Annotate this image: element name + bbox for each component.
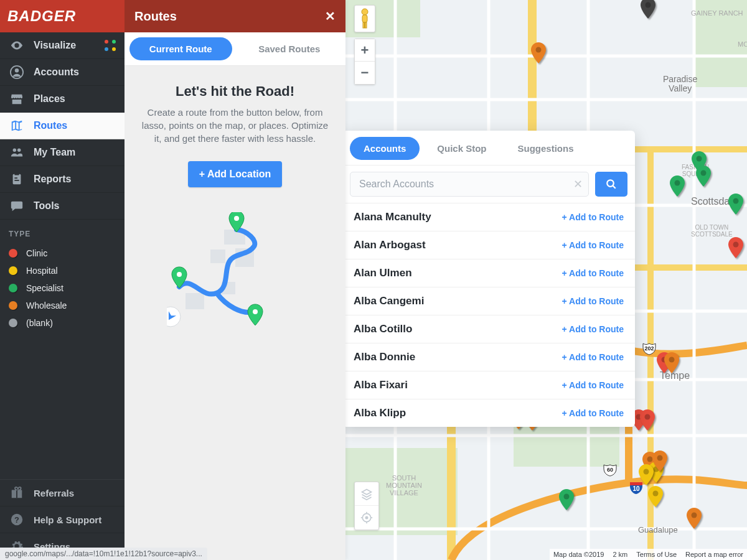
- panel-title: Routes: [134, 9, 177, 24]
- popup-tab-accounts[interactable]: Accounts: [350, 137, 420, 160]
- colors-icon: [105, 40, 116, 51]
- help-icon: ?: [9, 513, 25, 526]
- brand-bar: BADGER: [0, 0, 125, 32]
- account-row[interactable]: Alba Fixari+ Add to Route: [342, 371, 635, 399]
- terms-link[interactable]: Terms of Use: [636, 551, 677, 558]
- map-pin[interactable]: [728, 237, 743, 258]
- map-pin[interactable]: [531, 42, 546, 63]
- map-pin[interactable]: [559, 489, 574, 510]
- legend-item[interactable]: (blank): [9, 314, 116, 332]
- legend-item[interactable]: Hospital: [9, 262, 116, 279]
- nav-label: Referrals: [34, 488, 74, 498]
- popup-tab-suggestions[interactable]: Suggestions: [504, 137, 588, 160]
- account-row[interactable]: Alba Donnie+ Add to Route: [342, 343, 635, 371]
- svg-rect-64: [365, 22, 367, 28]
- add-to-route-link[interactable]: + Add to Route: [562, 212, 624, 222]
- nav-referrals[interactable]: Referrals: [0, 480, 125, 506]
- nav-help[interactable]: ? Help & Support: [0, 506, 125, 533]
- nav-myteam[interactable]: My Team: [0, 139, 125, 166]
- zoom-in-button[interactable]: +: [355, 39, 375, 62]
- account-name: Alana Mcanulty: [354, 211, 431, 223]
- layer-controls: [354, 482, 379, 530]
- add-to-route-link[interactable]: + Add to Route: [562, 324, 624, 334]
- search-accounts-input[interactable]: [350, 172, 589, 197]
- report-error-link[interactable]: Report a map error: [685, 551, 743, 558]
- svg-point-37: [536, 47, 542, 53]
- map-pin[interactable]: [652, 450, 667, 472]
- account-row[interactable]: Alba Cangemi+ Add to Route: [342, 287, 635, 315]
- legend: ClinicHospitalSpecialistWholesale(blank): [0, 245, 125, 337]
- nav-label: Visualize: [34, 40, 76, 51]
- svg-point-55: [657, 455, 663, 461]
- add-to-route-link[interactable]: + Add to Route: [562, 268, 624, 278]
- map-controls: + −: [354, 5, 375, 85]
- map-place-label: OLD TOWNSCOTTSDALE: [691, 224, 733, 238]
- nav-places[interactable]: Places: [0, 86, 125, 113]
- map-pin[interactable]: [664, 352, 679, 373]
- map-pin[interactable]: [670, 175, 685, 197]
- svg-rect-63: [363, 22, 365, 28]
- tab-current-route[interactable]: Current Route: [129, 37, 232, 60]
- route-illustration: [167, 212, 304, 349]
- zoom-out-button[interactable]: −: [355, 62, 375, 84]
- svg-point-3: [13, 149, 16, 152]
- map-pin[interactable]: [687, 508, 702, 529]
- svg-point-45: [669, 357, 675, 363]
- map-pin[interactable]: [640, 409, 655, 431]
- svg-point-4: [17, 149, 21, 152]
- storefront-icon: [9, 92, 25, 106]
- account-row[interactable]: Alan Ulmen+ Add to Route: [342, 259, 635, 287]
- account-row[interactable]: Alba Klipp+ Add to Route: [342, 399, 635, 427]
- layers-icon[interactable]: [355, 482, 378, 506]
- add-to-route-link[interactable]: + Add to Route: [562, 240, 624, 250]
- nav-reports[interactable]: Reports: [0, 166, 125, 193]
- map-pin[interactable]: [648, 486, 663, 507]
- account-name: Alba Fixari: [354, 379, 408, 391]
- nav-label: Tools: [34, 200, 59, 212]
- account-name: Alan Arbogast: [354, 239, 426, 251]
- add-to-route-link[interactable]: + Add to Route: [562, 296, 624, 306]
- svg-rect-15: [186, 293, 204, 309]
- popup-tab-quickstop[interactable]: Quick Stop: [423, 137, 500, 160]
- nav-visualize[interactable]: Visualize: [0, 32, 125, 59]
- pegman-icon[interactable]: [354, 5, 375, 32]
- map-pin[interactable]: [641, 0, 655, 19]
- add-to-route-link[interactable]: + Add to Route: [562, 408, 624, 418]
- svg-point-61: [362, 9, 368, 15]
- map[interactable]: GAINEY RANCHParadiseValleyScottsdaleFASH…: [345, 0, 747, 560]
- account-row[interactable]: Alana Mcanulty+ Add to Route: [342, 203, 635, 231]
- svg-point-38: [646, 2, 651, 8]
- map-place-label: SOUTHMOUNTAINVILLAGE: [386, 474, 422, 497]
- zoom-controls: + −: [354, 39, 375, 85]
- team-icon: [9, 146, 25, 159]
- account-row[interactable]: Alan Arbogast+ Add to Route: [342, 231, 635, 259]
- svg-point-52: [644, 469, 649, 475]
- search-button[interactable]: [595, 172, 627, 197]
- legend-item[interactable]: Wholesale: [9, 297, 116, 314]
- map-pin[interactable]: [639, 464, 654, 485]
- user-icon: [9, 65, 25, 79]
- tab-saved-routes[interactable]: Saved Routes: [238, 37, 341, 60]
- nav-label: Routes: [34, 120, 67, 131]
- clear-icon[interactable]: ✕: [573, 177, 583, 191]
- panel-tabs: Current Route Saved Routes: [125, 32, 345, 66]
- map-pin[interactable]: [728, 194, 743, 215]
- map-pin[interactable]: [696, 166, 711, 187]
- add-to-route-link[interactable]: + Add to Route: [562, 380, 624, 390]
- add-to-route-link[interactable]: + Add to Route: [562, 352, 624, 362]
- panel-heading: Let's hit the Road!: [138, 83, 332, 100]
- brand-logo: BADGER: [7, 7, 76, 25]
- legend-item[interactable]: Clinic: [9, 245, 116, 262]
- legend-item[interactable]: Specialist: [9, 279, 116, 297]
- nav-tools[interactable]: Tools: [0, 193, 125, 220]
- legend-swatch: [9, 266, 17, 275]
- add-location-button[interactable]: + Add Location: [188, 161, 282, 187]
- locate-icon[interactable]: [355, 506, 378, 530]
- svg-text:10: 10: [632, 485, 640, 492]
- account-row[interactable]: Alba Cotillo+ Add to Route: [342, 315, 635, 343]
- nav-accounts[interactable]: Accounts: [0, 59, 125, 86]
- svg-point-41: [675, 180, 680, 186]
- nav-routes[interactable]: Routes: [0, 113, 125, 139]
- legend-swatch: [9, 301, 17, 310]
- close-icon[interactable]: ✕: [325, 9, 336, 24]
